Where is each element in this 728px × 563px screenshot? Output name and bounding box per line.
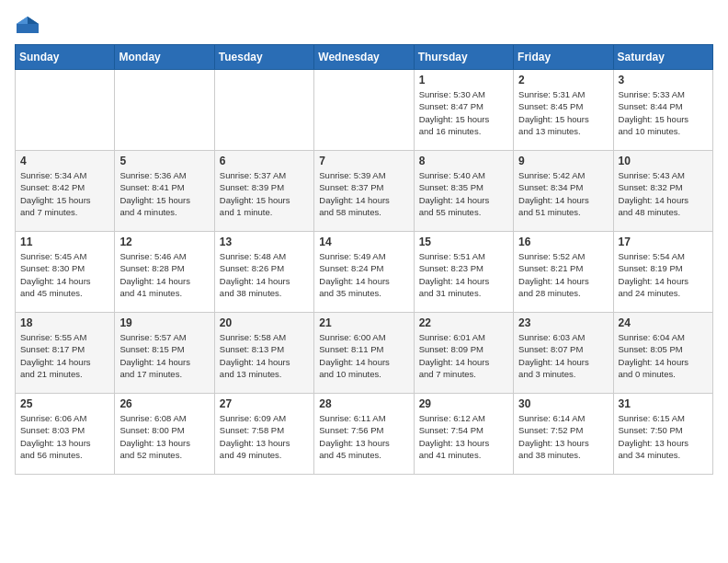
- day-info: Sunrise: 5:37 AM Sunset: 8:39 PM Dayligh…: [220, 169, 309, 218]
- day-number: 9: [518, 155, 608, 167]
- day-number: 30: [518, 397, 608, 410]
- svg-marker-1: [28, 17, 39, 24]
- day-info: Sunrise: 5:33 AM Sunset: 8:44 PM Dayligh…: [619, 88, 708, 137]
- day-number: 23: [518, 316, 608, 329]
- calendar-cell: 22Sunrise: 6:01 AM Sunset: 8:09 PM Dayli…: [414, 313, 513, 394]
- day-info: Sunrise: 6:11 AM Sunset: 7:56 PM Dayligh…: [319, 412, 408, 461]
- week-row-1: 1Sunrise: 5:30 AM Sunset: 8:47 PM Daylig…: [16, 70, 713, 151]
- day-info: Sunrise: 6:15 AM Sunset: 7:50 PM Dayligh…: [619, 412, 708, 461]
- calendar-cell: 7Sunrise: 5:39 AM Sunset: 8:37 PM Daylig…: [314, 151, 414, 232]
- day-info: Sunrise: 5:54 AM Sunset: 8:19 PM Dayligh…: [619, 250, 708, 299]
- week-row-5: 25Sunrise: 6:06 AM Sunset: 8:03 PM Dayli…: [16, 394, 713, 475]
- logo-icon: [15, 15, 40, 35]
- week-row-3: 11Sunrise: 5:45 AM Sunset: 8:30 PM Dayli…: [16, 232, 713, 313]
- day-info: Sunrise: 6:08 AM Sunset: 8:00 PM Dayligh…: [119, 412, 209, 461]
- logo: [15, 15, 44, 35]
- day-info: Sunrise: 5:31 AM Sunset: 8:45 PM Dayligh…: [518, 88, 608, 137]
- page-header: [15, 15, 713, 35]
- day-number: 31: [619, 397, 708, 410]
- calendar-cell: 28Sunrise: 6:11 AM Sunset: 7:56 PM Dayli…: [314, 394, 414, 475]
- day-info: Sunrise: 5:58 AM Sunset: 8:13 PM Dayligh…: [220, 331, 309, 380]
- day-number: 8: [419, 155, 508, 167]
- day-info: Sunrise: 6:04 AM Sunset: 8:05 PM Dayligh…: [619, 331, 708, 380]
- calendar-cell: 2Sunrise: 5:31 AM Sunset: 8:45 PM Daylig…: [514, 70, 613, 151]
- day-number: 21: [319, 316, 408, 329]
- day-info: Sunrise: 5:51 AM Sunset: 8:23 PM Dayligh…: [419, 250, 508, 299]
- day-number: 3: [619, 74, 708, 86]
- day-number: 19: [119, 316, 209, 329]
- weekday-header-friday: Friday: [514, 45, 613, 70]
- day-number: 26: [119, 397, 209, 410]
- weekday-header-monday: Monday: [115, 45, 214, 70]
- calendar-cell: 19Sunrise: 5:57 AM Sunset: 8:15 PM Dayli…: [115, 313, 214, 394]
- day-info: Sunrise: 6:06 AM Sunset: 8:03 PM Dayligh…: [20, 412, 109, 461]
- calendar-cell: 23Sunrise: 6:03 AM Sunset: 8:07 PM Dayli…: [514, 313, 613, 394]
- calendar-cell: 25Sunrise: 6:06 AM Sunset: 8:03 PM Dayli…: [16, 394, 115, 475]
- day-number: 28: [319, 397, 408, 410]
- day-number: 11: [20, 236, 109, 248]
- day-number: 18: [20, 316, 109, 329]
- calendar-cell: 20Sunrise: 5:58 AM Sunset: 8:13 PM Dayli…: [214, 313, 313, 394]
- calendar-cell: 16Sunrise: 5:52 AM Sunset: 8:21 PM Dayli…: [514, 232, 613, 313]
- day-info: Sunrise: 5:55 AM Sunset: 8:17 PM Dayligh…: [20, 331, 109, 380]
- day-number: 25: [20, 397, 109, 410]
- calendar-cell: 29Sunrise: 6:12 AM Sunset: 7:54 PM Dayli…: [414, 394, 513, 475]
- day-info: Sunrise: 5:30 AM Sunset: 8:47 PM Dayligh…: [419, 88, 508, 137]
- week-row-4: 18Sunrise: 5:55 AM Sunset: 8:17 PM Dayli…: [16, 313, 713, 394]
- calendar-cell: 30Sunrise: 6:14 AM Sunset: 7:52 PM Dayli…: [514, 394, 613, 475]
- day-number: 15: [419, 236, 508, 248]
- calendar-cell: 11Sunrise: 5:45 AM Sunset: 8:30 PM Dayli…: [16, 232, 115, 313]
- calendar-cell: 9Sunrise: 5:42 AM Sunset: 8:34 PM Daylig…: [514, 151, 613, 232]
- day-info: Sunrise: 6:12 AM Sunset: 7:54 PM Dayligh…: [419, 412, 508, 461]
- calendar-cell: 3Sunrise: 5:33 AM Sunset: 8:44 PM Daylig…: [613, 70, 712, 151]
- day-number: 14: [319, 236, 408, 248]
- day-number: 7: [319, 155, 408, 167]
- calendar-cell: 27Sunrise: 6:09 AM Sunset: 7:58 PM Dayli…: [214, 394, 313, 475]
- calendar-cell: 1Sunrise: 5:30 AM Sunset: 8:47 PM Daylig…: [414, 70, 513, 151]
- calendar-cell: 24Sunrise: 6:04 AM Sunset: 8:05 PM Dayli…: [613, 313, 712, 394]
- day-number: 29: [419, 397, 508, 410]
- calendar-cell: 21Sunrise: 6:00 AM Sunset: 8:11 PM Dayli…: [314, 313, 414, 394]
- weekday-header-tuesday: Tuesday: [214, 45, 313, 70]
- weekday-header-wednesday: Wednesday: [314, 45, 414, 70]
- day-info: Sunrise: 6:14 AM Sunset: 7:52 PM Dayligh…: [518, 412, 608, 461]
- calendar-cell: 6Sunrise: 5:37 AM Sunset: 8:39 PM Daylig…: [214, 151, 313, 232]
- calendar-cell: 12Sunrise: 5:46 AM Sunset: 8:28 PM Dayli…: [115, 232, 214, 313]
- calendar-cell: 18Sunrise: 5:55 AM Sunset: 8:17 PM Dayli…: [16, 313, 115, 394]
- calendar-cell: 26Sunrise: 6:08 AM Sunset: 8:00 PM Dayli…: [115, 394, 214, 475]
- day-number: 17: [619, 236, 708, 248]
- calendar-cell: 17Sunrise: 5:54 AM Sunset: 8:19 PM Dayli…: [613, 232, 712, 313]
- weekday-header-sunday: Sunday: [16, 45, 115, 70]
- day-number: 10: [619, 155, 708, 167]
- day-number: 27: [220, 397, 309, 410]
- calendar-cell: [16, 70, 115, 151]
- weekday-header-saturday: Saturday: [613, 45, 712, 70]
- day-info: Sunrise: 6:03 AM Sunset: 8:07 PM Dayligh…: [518, 331, 608, 380]
- calendar-cell: 14Sunrise: 5:49 AM Sunset: 8:24 PM Dayli…: [314, 232, 414, 313]
- day-info: Sunrise: 5:36 AM Sunset: 8:41 PM Dayligh…: [119, 169, 209, 218]
- day-info: Sunrise: 5:49 AM Sunset: 8:24 PM Dayligh…: [319, 250, 408, 299]
- day-number: 5: [119, 155, 209, 167]
- day-number: 1: [419, 74, 508, 86]
- day-number: 20: [220, 316, 309, 329]
- day-number: 2: [518, 74, 608, 86]
- day-number: 4: [20, 155, 109, 167]
- calendar-cell: 15Sunrise: 5:51 AM Sunset: 8:23 PM Dayli…: [414, 232, 513, 313]
- day-info: Sunrise: 5:42 AM Sunset: 8:34 PM Dayligh…: [518, 169, 608, 218]
- calendar-cell: 8Sunrise: 5:40 AM Sunset: 8:35 PM Daylig…: [414, 151, 513, 232]
- day-info: Sunrise: 5:46 AM Sunset: 8:28 PM Dayligh…: [119, 250, 209, 299]
- calendar-cell: [314, 70, 414, 151]
- day-info: Sunrise: 5:34 AM Sunset: 8:42 PM Dayligh…: [20, 169, 109, 218]
- weekday-header-row: SundayMondayTuesdayWednesdayThursdayFrid…: [16, 45, 713, 70]
- day-info: Sunrise: 5:43 AM Sunset: 8:32 PM Dayligh…: [619, 169, 708, 218]
- day-number: 16: [518, 236, 608, 248]
- day-number: 24: [619, 316, 708, 329]
- calendar-cell: 31Sunrise: 6:15 AM Sunset: 7:50 PM Dayli…: [613, 394, 712, 475]
- calendar-cell: 13Sunrise: 5:48 AM Sunset: 8:26 PM Dayli…: [214, 232, 313, 313]
- day-number: 22: [419, 316, 508, 329]
- week-row-2: 4Sunrise: 5:34 AM Sunset: 8:42 PM Daylig…: [16, 151, 713, 232]
- day-info: Sunrise: 5:45 AM Sunset: 8:30 PM Dayligh…: [20, 250, 109, 299]
- day-info: Sunrise: 5:39 AM Sunset: 8:37 PM Dayligh…: [319, 169, 408, 218]
- calendar-cell: 5Sunrise: 5:36 AM Sunset: 8:41 PM Daylig…: [115, 151, 214, 232]
- calendar-cell: [214, 70, 313, 151]
